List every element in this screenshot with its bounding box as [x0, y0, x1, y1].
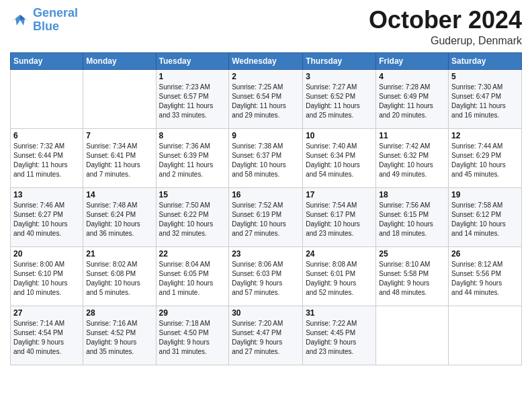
day-number: 13: [13, 190, 80, 199]
day-info: Sunrise: 7:28 AM Sunset: 6:49 PM Dayligh…: [379, 83, 445, 120]
calendar-cell: 16Sunrise: 7:52 AM Sunset: 6:19 PM Dayli…: [229, 187, 303, 246]
title-block: October 2024 Guderup, Denmark: [369, 7, 522, 47]
calendar-cell: 13Sunrise: 7:46 AM Sunset: 6:27 PM Dayli…: [11, 187, 83, 246]
day-info: Sunrise: 8:12 AM Sunset: 5:56 PM Dayligh…: [451, 260, 519, 298]
calendar-cell: 26Sunrise: 8:12 AM Sunset: 5:56 PM Dayli…: [449, 246, 522, 306]
calendar-cell: 20Sunrise: 8:00 AM Sunset: 6:10 PM Dayli…: [11, 246, 83, 306]
day-info: Sunrise: 8:06 AM Sunset: 6:03 PM Dayligh…: [232, 260, 300, 298]
day-info: Sunrise: 7:58 AM Sunset: 6:12 PM Dayligh…: [451, 201, 519, 238]
calendar-cell: 8Sunrise: 7:36 AM Sunset: 6:39 PM Daylig…: [156, 128, 229, 187]
day-number: 16: [232, 190, 300, 199]
day-number: 29: [159, 308, 226, 318]
logo: General Blue: [10, 7, 78, 34]
day-info: Sunrise: 7:50 AM Sunset: 6:22 PM Dayligh…: [159, 201, 226, 238]
calendar-cell: 4Sunrise: 7:28 AM Sunset: 6:49 PM Daylig…: [376, 69, 449, 128]
day-info: Sunrise: 7:54 AM Sunset: 6:17 PM Dayligh…: [306, 201, 373, 238]
day-number: 11: [379, 131, 445, 140]
day-number: 26: [451, 249, 519, 259]
day-number: 12: [451, 131, 519, 140]
weekday-header-wednesday: Wednesday: [229, 52, 303, 69]
day-number: 1: [159, 72, 226, 81]
calendar-cell: 12Sunrise: 7:44 AM Sunset: 6:29 PM Dayli…: [449, 128, 522, 187]
logo-line1: General: [33, 6, 78, 19]
day-info: Sunrise: 7:18 AM Sunset: 4:50 PM Dayligh…: [159, 319, 226, 357]
weekday-header-saturday: Saturday: [449, 52, 522, 69]
day-info: Sunrise: 8:08 AM Sunset: 6:01 PM Dayligh…: [306, 260, 373, 298]
day-number: 19: [451, 190, 519, 199]
day-number: 9: [232, 131, 300, 140]
page: General Blue October 2024 Guderup, Denma…: [0, 0, 532, 411]
calendar-cell: 23Sunrise: 8:06 AM Sunset: 6:03 PM Dayli…: [229, 246, 303, 306]
day-info: Sunrise: 7:42 AM Sunset: 6:32 PM Dayligh…: [379, 142, 445, 179]
calendar-week-3: 13Sunrise: 7:46 AM Sunset: 6:27 PM Dayli…: [11, 187, 522, 246]
day-number: 17: [306, 190, 373, 199]
weekday-header-friday: Friday: [376, 52, 449, 69]
weekday-header-thursday: Thursday: [303, 52, 376, 69]
day-info: Sunrise: 7:22 AM Sunset: 4:45 PM Dayligh…: [306, 319, 373, 357]
day-info: Sunrise: 7:23 AM Sunset: 6:57 PM Dayligh…: [159, 83, 226, 120]
day-number: 24: [306, 249, 373, 259]
calendar-week-1: 1Sunrise: 7:23 AM Sunset: 6:57 PM Daylig…: [11, 69, 522, 128]
day-number: 10: [306, 131, 373, 140]
weekday-header-tuesday: Tuesday: [156, 52, 229, 69]
logo-text: General Blue: [33, 7, 78, 34]
calendar-cell: 25Sunrise: 8:10 AM Sunset: 5:58 PM Dayli…: [376, 246, 449, 306]
day-number: 30: [232, 308, 300, 318]
day-info: Sunrise: 7:25 AM Sunset: 6:54 PM Dayligh…: [232, 83, 300, 120]
day-number: 15: [159, 190, 226, 199]
day-number: 14: [86, 190, 152, 199]
calendar-week-5: 27Sunrise: 7:14 AM Sunset: 4:54 PM Dayli…: [11, 306, 522, 365]
calendar: SundayMondayTuesdayWednesdayThursdayFrid…: [10, 52, 522, 365]
day-number: 5: [451, 72, 519, 81]
location: Guderup, Denmark: [369, 35, 522, 47]
day-info: Sunrise: 7:30 AM Sunset: 6:47 PM Dayligh…: [451, 83, 519, 120]
calendar-cell: 29Sunrise: 7:18 AM Sunset: 4:50 PM Dayli…: [156, 306, 229, 365]
day-info: Sunrise: 7:20 AM Sunset: 4:47 PM Dayligh…: [232, 319, 300, 357]
day-number: 2: [232, 72, 300, 81]
calendar-cell: 11Sunrise: 7:42 AM Sunset: 6:32 PM Dayli…: [376, 128, 449, 187]
calendar-cell: 6Sunrise: 7:32 AM Sunset: 6:44 PM Daylig…: [11, 128, 83, 187]
day-info: Sunrise: 7:14 AM Sunset: 4:54 PM Dayligh…: [13, 319, 80, 357]
day-number: 27: [13, 308, 80, 318]
day-info: Sunrise: 7:16 AM Sunset: 4:52 PM Dayligh…: [86, 319, 152, 357]
calendar-cell: [376, 306, 449, 365]
day-info: Sunrise: 8:00 AM Sunset: 6:10 PM Dayligh…: [13, 260, 80, 298]
calendar-cell: 22Sunrise: 8:04 AM Sunset: 6:05 PM Dayli…: [156, 246, 229, 306]
day-number: 6: [13, 131, 80, 140]
day-info: Sunrise: 7:27 AM Sunset: 6:52 PM Dayligh…: [306, 83, 373, 120]
day-number: 21: [86, 249, 152, 259]
day-number: 25: [379, 249, 445, 259]
calendar-week-2: 6Sunrise: 7:32 AM Sunset: 6:44 PM Daylig…: [11, 128, 522, 187]
header: General Blue October 2024 Guderup, Denma…: [10, 7, 522, 47]
calendar-cell: 15Sunrise: 7:50 AM Sunset: 6:22 PM Dayli…: [156, 187, 229, 246]
calendar-cell: 14Sunrise: 7:48 AM Sunset: 6:24 PM Dayli…: [83, 187, 156, 246]
day-info: Sunrise: 7:46 AM Sunset: 6:27 PM Dayligh…: [13, 201, 80, 238]
calendar-cell: 28Sunrise: 7:16 AM Sunset: 4:52 PM Dayli…: [83, 306, 156, 365]
logo-icon: [10, 12, 30, 28]
day-info: Sunrise: 7:32 AM Sunset: 6:44 PM Dayligh…: [13, 142, 80, 179]
calendar-cell: 10Sunrise: 7:40 AM Sunset: 6:34 PM Dayli…: [303, 128, 376, 187]
calendar-cell: 27Sunrise: 7:14 AM Sunset: 4:54 PM Dayli…: [11, 306, 83, 365]
calendar-cell: 31Sunrise: 7:22 AM Sunset: 4:45 PM Dayli…: [303, 306, 376, 365]
calendar-cell: [83, 69, 156, 128]
calendar-cell: [11, 69, 83, 128]
day-info: Sunrise: 7:34 AM Sunset: 6:41 PM Dayligh…: [86, 142, 152, 179]
weekday-header-row: SundayMondayTuesdayWednesdayThursdayFrid…: [11, 52, 522, 69]
calendar-cell: 19Sunrise: 7:58 AM Sunset: 6:12 PM Dayli…: [449, 187, 522, 246]
calendar-cell: 18Sunrise: 7:56 AM Sunset: 6:15 PM Dayli…: [376, 187, 449, 246]
day-number: 8: [159, 131, 226, 140]
calendar-cell: 2Sunrise: 7:25 AM Sunset: 6:54 PM Daylig…: [229, 69, 303, 128]
calendar-cell: 17Sunrise: 7:54 AM Sunset: 6:17 PM Dayli…: [303, 187, 376, 246]
weekday-header-monday: Monday: [83, 52, 156, 69]
calendar-cell: [449, 306, 522, 365]
day-info: Sunrise: 8:04 AM Sunset: 6:05 PM Dayligh…: [159, 260, 226, 298]
calendar-week-4: 20Sunrise: 8:00 AM Sunset: 6:10 PM Dayli…: [11, 246, 522, 306]
calendar-cell: 1Sunrise: 7:23 AM Sunset: 6:57 PM Daylig…: [156, 69, 229, 128]
calendar-cell: 9Sunrise: 7:38 AM Sunset: 6:37 PM Daylig…: [229, 128, 303, 187]
weekday-header-sunday: Sunday: [11, 52, 83, 69]
day-number: 20: [13, 249, 80, 259]
day-number: 22: [159, 249, 226, 259]
day-info: Sunrise: 7:44 AM Sunset: 6:29 PM Dayligh…: [451, 142, 519, 179]
calendar-cell: 3Sunrise: 7:27 AM Sunset: 6:52 PM Daylig…: [303, 69, 376, 128]
month-title: October 2024: [369, 7, 522, 34]
